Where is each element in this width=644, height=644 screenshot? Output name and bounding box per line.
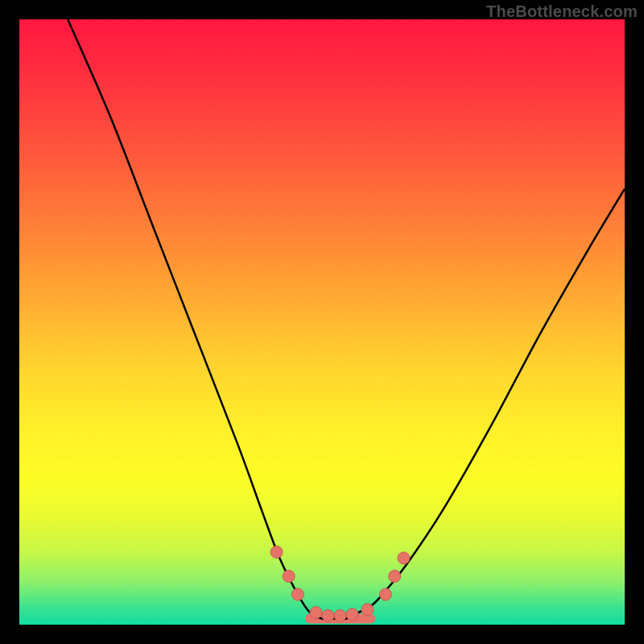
data-marker	[361, 604, 374, 616]
bottleneck-line	[68, 19, 625, 619]
data-marker	[346, 609, 358, 621]
bottleneck-curve	[19, 19, 625, 625]
data-marker	[270, 546, 283, 558]
chart-frame: TheBottleneck.com	[0, 0, 644, 644]
watermark-text: TheBottleneck.com	[486, 2, 638, 21]
data-marker	[291, 588, 303, 601]
data-marker	[398, 552, 410, 564]
plot-area	[19, 19, 625, 625]
data-marker	[283, 570, 295, 582]
data-marker	[389, 570, 401, 582]
data-marker	[310, 606, 322, 618]
data-marker	[379, 588, 391, 601]
data-marker	[334, 609, 346, 621]
data-marker	[322, 609, 334, 621]
